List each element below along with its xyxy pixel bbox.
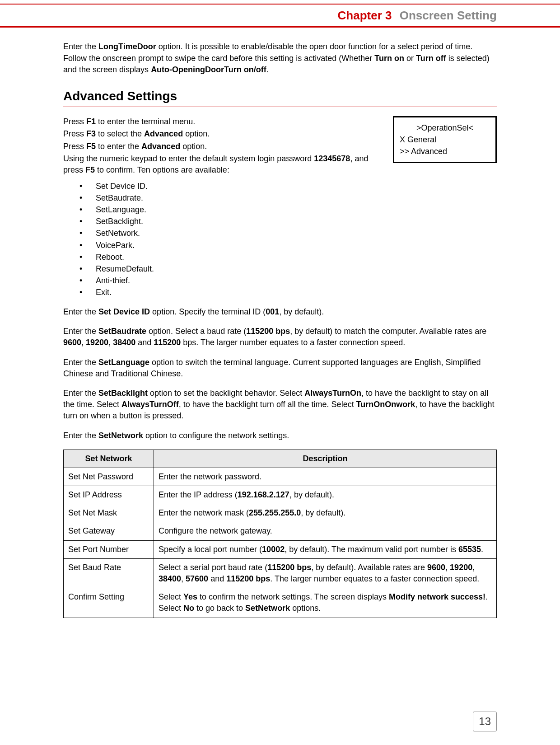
table-cell-label: Set Port Number xyxy=(64,540,154,558)
table-cell-label: Set Baud Rate xyxy=(64,558,154,588)
section-rule xyxy=(63,107,497,107)
para-set-network: Enter the SetNetwork option to configure… xyxy=(63,430,497,441)
para-set-device-id: Enter the Set Device ID option. Specify … xyxy=(63,306,497,318)
onscreen-display-box: >OperationSel< X General >> Advanced xyxy=(393,116,497,163)
option-item: VoicePark. xyxy=(79,239,497,251)
page-header: Chapter 3 Onscreen Setting xyxy=(0,5,560,26)
table-cell-description: Select a serial port baud rate (115200 b… xyxy=(154,558,497,588)
table-row: Set Net MaskEnter the network mask (255.… xyxy=(64,504,497,522)
option-item: Reboot. xyxy=(79,251,497,263)
set-network-table: Set Network Description Set Net Password… xyxy=(63,450,497,618)
option-item: SetNetwork. xyxy=(79,227,497,239)
onscreen-line-2: X General xyxy=(400,134,490,145)
onscreen-line-3: >> Advanced xyxy=(400,145,490,157)
table-cell-description: Select Yes to confirm the network settin… xyxy=(154,588,497,618)
table-cell-label: Confirm Setting xyxy=(64,588,154,618)
table-cell-label: Set Gateway xyxy=(64,522,154,540)
option-item: Exit. xyxy=(79,286,497,298)
table-row: Set Net PasswordEnter the network passwo… xyxy=(64,468,497,486)
chapter-number: Chapter 3 xyxy=(338,9,392,22)
steps-block: Press F1 to enter the terminal menu. Pre… xyxy=(63,116,383,176)
options-list: Set Device ID.SetBaudrate.SetLanguage.Se… xyxy=(79,180,497,298)
para-set-baudrate: Enter the SetBaudrate option. Select a b… xyxy=(63,326,497,348)
table-cell-description: Enter the network mask (255.255.255.0, b… xyxy=(154,504,497,522)
table-row: Set IP AddressEnter the IP address (192.… xyxy=(64,486,497,504)
page-number: 13 xyxy=(473,712,497,731)
table-cell-description: Configure the network gateway. xyxy=(154,522,497,540)
table-cell-description: Specify a local port number (10002, by d… xyxy=(154,540,497,558)
table-cell-description: Enter the network password. xyxy=(154,468,497,486)
para-set-backlight: Enter the SetBacklight option to set the… xyxy=(63,388,497,422)
onscreen-line-1: >OperationSel< xyxy=(400,122,490,134)
table-row: Set Baud RateSelect a serial port baud r… xyxy=(64,558,497,588)
table-cell-label: Set IP Address xyxy=(64,486,154,504)
table-header-description: Description xyxy=(154,450,497,468)
option-item: Set Device ID. xyxy=(79,180,497,192)
section-heading-advanced-settings: Advanced Settings xyxy=(63,87,497,105)
option-item: ResumeDefault. xyxy=(79,263,497,275)
para-set-language: Enter the SetLanguage option to switch t… xyxy=(63,357,497,380)
table-row: Confirm SettingSelect Yes to confirm the… xyxy=(64,588,497,618)
option-item: SetBaudrate. xyxy=(79,192,497,204)
table-row: Set Port NumberSpecify a local port numb… xyxy=(64,540,497,558)
table-cell-description: Enter the IP address (192.168.2.127, by … xyxy=(154,486,497,504)
chapter-title: Onscreen Setting xyxy=(400,9,497,22)
table-cell-label: Set Net Password xyxy=(64,468,154,486)
intro-paragraph: Enter the LongTimeDoor option. It is pos… xyxy=(63,41,497,75)
option-item: SetLanguage. xyxy=(79,204,497,216)
table-cell-label: Set Net Mask xyxy=(64,504,154,522)
table-header-set-network: Set Network xyxy=(64,450,154,468)
option-item: SetBacklight. xyxy=(79,216,497,227)
option-item: Anti-thief. xyxy=(79,275,497,286)
table-row: Set GatewayConfigure the network gateway… xyxy=(64,522,497,540)
